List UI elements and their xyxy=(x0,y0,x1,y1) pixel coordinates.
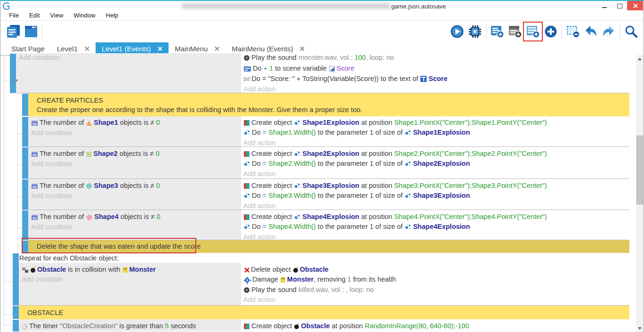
actions-column[interactable]: Create object Shape4Explosion at positio… xyxy=(241,210,637,240)
event-row[interactable]: The timer "ObstacleCreation" is greater … xyxy=(0,319,637,332)
action-line[interactable]: Damage Monster, removing 1 from its heal… xyxy=(243,275,635,285)
event-row[interactable]: Repeat for each Obstacle object:Obstacle… xyxy=(0,253,637,306)
minimize-button[interactable] xyxy=(597,1,612,11)
text-segment: "ObstacleCreation" xyxy=(60,322,117,330)
event-row[interactable]: The number of Shape1 objects is ≠ 0Add c… xyxy=(0,116,637,147)
conditions-column[interactable]: The number of Shape4 objects is ≠ 0Add c… xyxy=(28,210,241,240)
tab-close-icon[interactable] xyxy=(157,46,162,51)
action-line[interactable]: Do = Shape1.Width() to the parameter 1 o… xyxy=(243,129,635,138)
toolbar-undo-button[interactable] xyxy=(583,24,599,40)
action-line[interactable]: Create object Shape2Explosion at positio… xyxy=(243,150,635,159)
event-row[interactable]: The number of Shape2 objects is ≠ 0Add c… xyxy=(0,147,637,179)
add-action-link[interactable]: Add action xyxy=(243,296,635,305)
conditions-column[interactable]: Obstacle is in collision with MonsterAdd… xyxy=(19,263,241,305)
action-line[interactable]: Do = Shape2.Width() to the parameter 1 o… xyxy=(243,160,635,169)
create-icon xyxy=(244,324,250,329)
close-button[interactable] xyxy=(627,1,643,11)
add-condition-link[interactable]: Add condition xyxy=(19,54,238,63)
action-line[interactable]: Create object Shape3Explosion at positio… xyxy=(243,182,635,191)
action-line[interactable]: Do + 1 to scene variable Score xyxy=(243,65,635,74)
start-page-button[interactable] xyxy=(23,24,39,40)
comment-block[interactable]: Delete the shape that was eaten and upda… xyxy=(28,240,629,253)
action-line[interactable]: Delete object Obstacle xyxy=(243,266,635,275)
toolbar-add-subevent-button[interactable] xyxy=(525,24,541,40)
comment-row[interactable]: OBSTACLE xyxy=(0,306,637,319)
actions-column[interactable]: Delete object ObstacleDamage Monster, re… xyxy=(241,263,637,305)
actions-column[interactable]: Play the sound monster.wav, vol.: 100, l… xyxy=(241,53,637,93)
add-condition-link[interactable]: Add condition xyxy=(22,275,238,285)
text-segment: Add action xyxy=(243,202,276,210)
menu-item-view[interactable]: View xyxy=(45,11,68,20)
condition-line[interactable]: The number of Shape4 objects is ≠ 0 xyxy=(31,213,238,222)
add-condition-link[interactable]: Add condition xyxy=(31,129,238,138)
text-segment: Obstacle xyxy=(301,322,330,330)
menu-item-file[interactable]: File xyxy=(4,11,24,20)
toolbar-redo-button[interactable] xyxy=(601,24,617,40)
tab-close-icon[interactable] xyxy=(84,46,89,51)
maximize-button[interactable] xyxy=(612,1,627,11)
action-line[interactable]: Create object Shape4Explosion at positio… xyxy=(243,213,635,222)
toolbar-debug-button[interactable] xyxy=(467,24,483,40)
add-condition-link[interactable]: Add condition xyxy=(31,160,238,170)
toolbar-play-button[interactable] xyxy=(449,24,465,40)
text-segment: to the parameter 1 of size of xyxy=(316,129,405,136)
toolbar-add-event-button[interactable] xyxy=(489,24,505,40)
repeat-header[interactable]: Repeat for each Obstacle object: xyxy=(19,254,119,262)
comment-block[interactable]: OBSTACLE xyxy=(19,306,629,319)
action-line[interactable]: Do = Shape4.Width() to the parameter 1 o… xyxy=(243,223,635,232)
scroll-down-arrow[interactable] xyxy=(636,324,644,332)
tab-close-icon[interactable] xyxy=(299,46,305,51)
text-segment: Shape1Explosion xyxy=(413,129,470,136)
condition-line[interactable]: The number of Shape1 objects is ≠ 0 xyxy=(31,119,238,128)
event-indent-bar xyxy=(10,54,16,93)
action-line[interactable]: Create object Shape1Explosion at positio… xyxy=(243,119,635,128)
toolbar-search-button[interactable] xyxy=(623,24,639,40)
menu-item-window[interactable]: Window xyxy=(69,11,100,20)
scrollbar-thumb[interactable] xyxy=(636,136,643,204)
action-line[interactable]: txt Do = "Score: " + ToString(Variable(S… xyxy=(243,75,635,84)
collapse-arrow-icon[interactable] xyxy=(14,80,18,82)
event-row[interactable]: The number of Shape4 objects is ≠ 0Add c… xyxy=(0,210,637,240)
scroll-up-arrow[interactable] xyxy=(636,55,644,63)
text-segment: txt xyxy=(243,75,251,82)
toolbar-add-more-button[interactable] xyxy=(543,24,559,40)
vertical-scrollbar[interactable] xyxy=(636,55,644,332)
add-condition-link[interactable]: Add condition xyxy=(31,223,238,233)
actions-column[interactable]: Create object Obstacle at position Rando… xyxy=(241,319,637,332)
text-segment: Add action xyxy=(243,139,276,146)
condition-line[interactable]: Obstacle is in collision with Monster xyxy=(22,266,238,275)
conditions-column[interactable]: The number of Shape2 objects is ≠ 0Add c… xyxy=(28,147,241,178)
conditions-column[interactable]: Add condition xyxy=(16,53,241,93)
toolbar-delete-event-button[interactable] xyxy=(565,24,581,40)
comment-row[interactable]: Delete the shape that was eaten and upda… xyxy=(0,240,637,253)
add-condition-link[interactable]: Add condition xyxy=(31,192,238,202)
count-icon xyxy=(32,152,38,157)
comment-block[interactable]: CREATE PARTICLESCreate the proper one ac… xyxy=(28,93,629,116)
condition-line[interactable]: The number of Shape3 objects is ≠ 0 xyxy=(31,182,238,191)
actions-column[interactable]: Create object Shape2Explosion at positio… xyxy=(241,147,637,178)
event-row[interactable]: Add conditionPlay the sound monster.wav,… xyxy=(0,53,637,93)
comment-row[interactable]: CREATE PARTICLESCreate the proper one ac… xyxy=(0,93,637,116)
actions-column[interactable]: Create object Shape1Explosion at positio… xyxy=(241,116,637,146)
event-row[interactable]: The number of Shape3 objects is ≠ 0Add c… xyxy=(0,179,637,210)
action-line[interactable]: Create object Obstacle at position Rando… xyxy=(243,322,635,332)
toolbar-add-comment-button[interactable] xyxy=(507,24,523,40)
actions-column[interactable]: Create object Shape3Explosion at positio… xyxy=(241,179,637,210)
action-line[interactable]: Do = Shape3.Width() to the parameter 1 o… xyxy=(243,192,635,201)
tree-guide-line xyxy=(17,134,22,134)
add-action-link[interactable]: Add action xyxy=(243,170,635,179)
text-segment: Add action xyxy=(243,85,276,93)
conditions-column[interactable]: The timer "ObstacleCreation" is greater … xyxy=(19,319,241,332)
action-line[interactable]: Play the sound killed.wav, vol.: , loop:… xyxy=(243,286,635,295)
menu-item-edit[interactable]: Edit xyxy=(24,11,44,20)
project-manager-button[interactable] xyxy=(5,24,21,40)
text-segment: from its health xyxy=(351,275,396,283)
conditions-column[interactable]: The number of Shape3 objects is ≠ 0Add c… xyxy=(28,179,241,210)
action-line[interactable]: Play the sound monster.wav, vol.: 100, l… xyxy=(243,54,635,63)
tab-close-icon[interactable] xyxy=(214,46,219,51)
menu-item-help[interactable]: Help xyxy=(101,11,123,20)
condition-line[interactable]: The timer "ObstacleCreation" is greater … xyxy=(22,322,238,332)
conditions-column[interactable]: The number of Shape1 objects is ≠ 0Add c… xyxy=(28,116,241,146)
condition-line[interactable]: The number of Shape2 objects is ≠ 0 xyxy=(31,150,238,159)
text-segment: to the parameter 1 of size of xyxy=(316,192,405,199)
